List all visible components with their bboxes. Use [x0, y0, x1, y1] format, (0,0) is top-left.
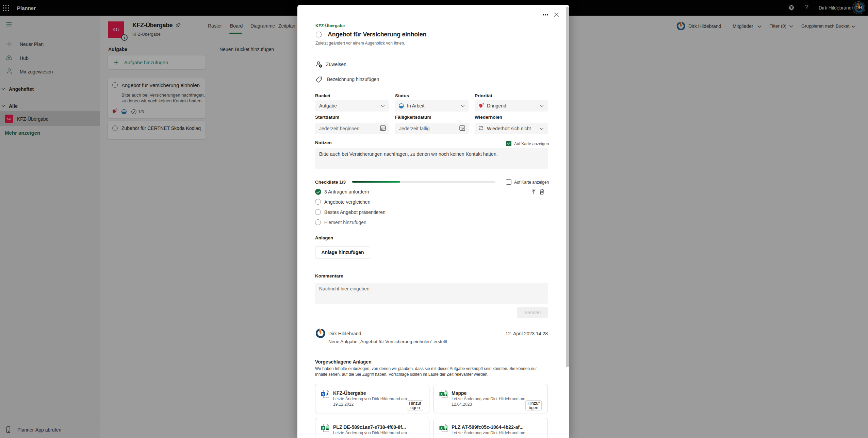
- svg-text:X: X: [440, 426, 443, 430]
- svg-text:V: V: [322, 392, 324, 396]
- svg-text:X: X: [440, 392, 443, 396]
- svg-text:X: X: [322, 426, 324, 430]
